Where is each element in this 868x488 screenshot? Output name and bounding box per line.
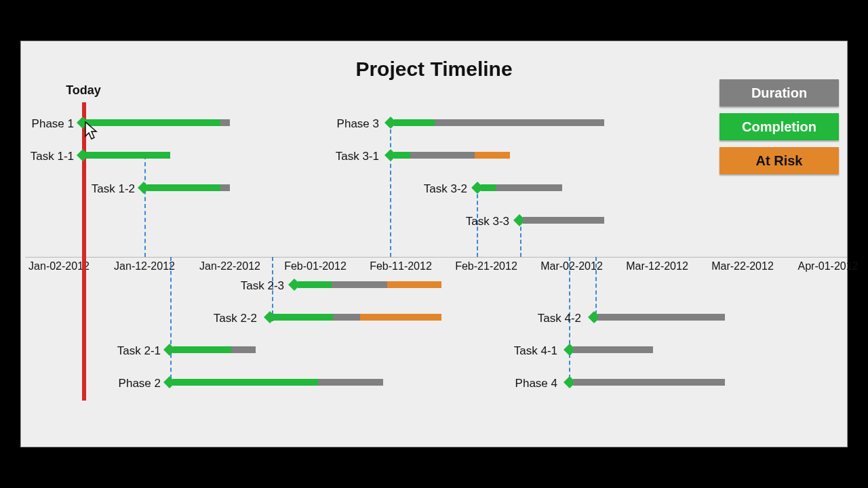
tick-7: Mar-12-2012 (626, 260, 688, 272)
bar-task-2-2-orange (360, 314, 441, 321)
tick-1: Jan-12-2012 (114, 260, 175, 272)
bar-phase-1-grey (220, 119, 230, 126)
bar-phase-3-grey (435, 119, 604, 126)
label-phase-2: Phase 2 (119, 377, 161, 390)
legend-duration[interactable]: Duration (719, 79, 839, 106)
label-task-2-2: Task 2-2 (214, 312, 257, 325)
bar-task-2-3-orange (387, 281, 441, 288)
bar-task-2-2-green (273, 314, 333, 321)
bar-task-2-3-grey (332, 281, 387, 288)
label-task-1-2: Task 1-2 (92, 182, 135, 196)
tick-8: Mar-22-2012 (711, 260, 774, 272)
chart-canvas: Project Timeline Jan-02-2012 Jan-12-2012… (20, 41, 848, 447)
tick-4: Feb-11-2012 (370, 260, 432, 272)
bar-task-2-1-grey (231, 346, 256, 353)
label-task-3-2: Task 3-2 (424, 182, 467, 196)
bar-phase-2-green (173, 379, 318, 386)
label-phase-1: Phase 1 (32, 117, 74, 131)
label-task-2-1: Task 2-1 (117, 344, 161, 358)
x-axis (25, 257, 847, 258)
label-task-4-2: Task 4-2 (538, 312, 581, 325)
bar-task-2-1-green (173, 346, 231, 353)
bar-task-3-1-green (394, 152, 410, 159)
tick-6: Mar-02-2012 (540, 260, 603, 272)
bar-task-3-1-orange (475, 152, 510, 159)
label-phase-4: Phase 4 (515, 377, 557, 390)
bar-task-4-2-grey (597, 314, 725, 321)
bar-task-3-2-grey (496, 184, 562, 191)
bar-task-2-2-grey (333, 314, 360, 321)
today-line (82, 102, 86, 401)
bar-phase-4-grey (573, 379, 725, 386)
chart-title: Project Timeline (21, 58, 847, 81)
bar-task-3-1-grey (410, 152, 475, 159)
bar-task-3-2-green (481, 184, 496, 191)
bar-task-4-1-grey (573, 346, 653, 353)
today-label: Today (66, 83, 101, 98)
legend-completion[interactable]: Completion (719, 113, 839, 140)
dep-2 (170, 257, 172, 386)
legend-at-risk[interactable]: At Risk (719, 147, 839, 174)
dep-1 (144, 155, 146, 257)
label-task-1-1: Task 1-1 (31, 150, 74, 163)
label-task-2-3: Task 2-3 (241, 279, 284, 293)
bar-task-3-3-grey (523, 217, 604, 224)
label-task-3-1: Task 3-1 (336, 150, 379, 163)
tick-9: Apr-01-2012 (798, 260, 859, 272)
tick-5: Feb-21-2012 (455, 260, 517, 272)
label-task-3-3: Task 3-3 (466, 215, 509, 228)
tick-2: Jan-22-2012 (199, 260, 260, 272)
bar-task-2-3-green (298, 281, 332, 288)
bar-phase-2-grey (318, 379, 383, 386)
bar-task-1-2-green (147, 184, 220, 191)
bar-phase-3-green (394, 119, 435, 126)
label-task-4-1: Task 4-1 (514, 344, 557, 358)
tick-0: Jan-02-2012 (28, 260, 90, 272)
dep-4 (390, 123, 391, 257)
bar-task-1-2-grey (220, 184, 230, 191)
bar-task-1-1-green (86, 152, 170, 159)
bar-phase-1-green (86, 119, 220, 126)
tick-3: Feb-01-2012 (284, 260, 347, 272)
label-phase-3: Phase 3 (337, 117, 379, 131)
